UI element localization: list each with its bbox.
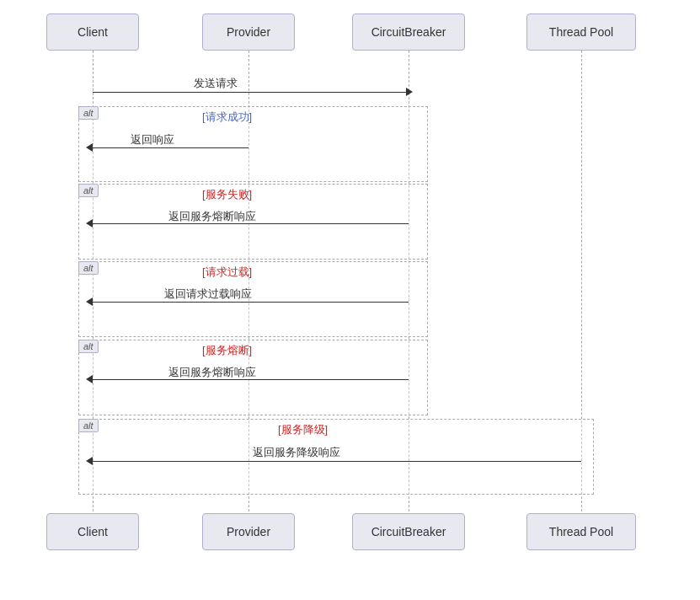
label-return-fuse1: 返回服务熔断响应 [168,209,256,224]
alt-condition-circuit: [服务熔断] [202,343,252,358]
alt-label-fail: alt [78,184,99,197]
label-return-response: 返回响应 [131,132,174,147]
actor-circuitbreaker-bottom-label: CircuitBreaker [371,525,446,538]
alt-condition-success: [请求成功] [202,110,252,125]
actor-client: Client [46,13,139,51]
arrowhead-return-fuse2 [86,375,93,383]
actor-client-bottom-label: Client [77,525,108,538]
alt-condition-overload: [请求过载] [202,265,252,280]
alt-label-circuit: alt [78,340,99,353]
label-send-request: 发送请求 [194,76,238,91]
actor-provider-label: Provider [227,25,270,39]
actor-circuitbreaker-bottom: CircuitBreaker [352,513,465,550]
label-return-overload: 返回请求过载响应 [164,287,252,302]
actor-provider-bottom-label: Provider [227,525,270,538]
alt-label-success: alt [78,106,99,120]
label-return-fuse2: 返回服务熔断响应 [168,365,256,380]
actor-threadpool-label: Thread Pool [549,25,613,39]
alt-condition-fail: [服务失败] [202,187,252,202]
arrowhead-return-overload [86,297,93,306]
actor-threadpool-bottom: Thread Pool [526,513,636,550]
arrowhead-return-response [86,143,93,152]
actor-circuitbreaker: CircuitBreaker [352,13,465,51]
actor-client-bottom: Client [46,513,139,550]
arrowhead-send-request [406,88,413,96]
alt-label-degrade: alt [78,419,99,432]
alt-label-overload: alt [78,261,99,275]
sequence-diagram: Client Provider CircuitBreaker Thread Po… [0,0,700,600]
arrow-return-degrade [93,461,581,462]
actor-threadpool-bottom-label: Thread Pool [549,525,613,538]
actor-client-label: Client [77,25,108,39]
actor-provider-bottom: Provider [202,513,295,550]
arrow-return-overload [93,302,409,303]
arrow-return-response [93,147,248,148]
actor-threadpool: Thread Pool [526,13,636,51]
alt-box-overload [78,261,428,337]
actor-circuitbreaker-label: CircuitBreaker [371,25,446,39]
alt-condition-degrade: [服务降级] [278,422,328,437]
arrow-send-request [93,92,409,93]
label-return-degrade: 返回服务降级响应 [253,445,340,460]
arrowhead-return-degrade [86,457,93,465]
arrowhead-return-fuse1 [86,219,93,228]
actor-provider: Provider [202,13,295,51]
